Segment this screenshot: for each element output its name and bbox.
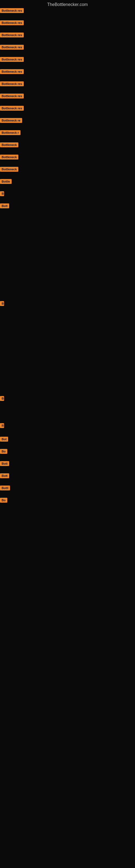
bottleneck-badge-13[interactable]: Bottleneck bbox=[0, 155, 18, 159]
bottleneck-badge-25[interactable]: Bottl bbox=[0, 486, 10, 490]
bottleneck-badge-19[interactable]: B bbox=[0, 396, 4, 401]
bottleneck-badge-26[interactable]: Bo bbox=[0, 498, 7, 503]
bottleneck-badge-12[interactable]: Bottleneck bbox=[0, 143, 18, 147]
site-title: TheBottlenecker.com bbox=[0, 0, 135, 9]
bottleneck-badge-11[interactable]: Bottleneck r bbox=[0, 130, 20, 135]
bottleneck-badge-4[interactable]: Bottleneck res bbox=[0, 45, 24, 50]
bottleneck-badge-6[interactable]: Bottleneck res bbox=[0, 69, 24, 74]
bottleneck-badge-2[interactable]: Bottleneck res bbox=[0, 20, 24, 25]
page-wrapper: TheBottlenecker.com Bottleneck resBottle… bbox=[0, 0, 135, 868]
bottleneck-badge-23[interactable]: Bott bbox=[0, 461, 9, 466]
bottleneck-badge-15[interactable]: Bottle bbox=[0, 179, 12, 184]
bottleneck-badge-5[interactable]: Bottleneck res bbox=[0, 57, 24, 62]
bottleneck-badge-21[interactable]: Bot bbox=[0, 437, 8, 442]
bottleneck-badge-17[interactable]: Bott bbox=[0, 204, 9, 208]
bottleneck-badge-9[interactable]: Bottleneck res bbox=[0, 106, 24, 111]
bottleneck-badge-18[interactable]: B bbox=[0, 301, 4, 306]
bottleneck-badge-8[interactable]: Bottleneck res bbox=[0, 94, 24, 98]
bottleneck-badge-16[interactable]: B bbox=[0, 191, 4, 196]
bottleneck-badge-7[interactable]: Bottleneck res bbox=[0, 82, 24, 86]
bottleneck-badge-1[interactable]: Bottleneck res bbox=[0, 8, 24, 13]
bottleneck-badge-14[interactable]: Bottleneck bbox=[0, 167, 18, 172]
bottleneck-badge-20[interactable]: R bbox=[0, 423, 4, 428]
bottleneck-badge-24[interactable]: Bott bbox=[0, 473, 9, 478]
bottleneck-badge-22[interactable]: Bo bbox=[0, 449, 7, 454]
bottleneck-badge-3[interactable]: Bottleneck res bbox=[0, 33, 24, 37]
bottleneck-badge-10[interactable]: Bottleneck re bbox=[0, 118, 22, 123]
